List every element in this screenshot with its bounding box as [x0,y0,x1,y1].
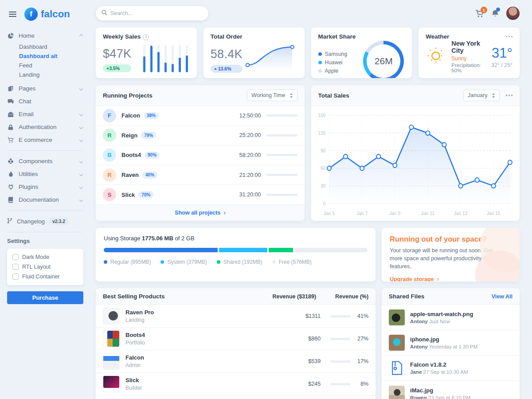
falcon-logo-icon: f [24,8,38,21]
book-icon [7,197,14,203]
chevron-down-icon [79,172,83,176]
project-percent-badge: 90% [145,152,160,159]
weather-title: Weather [426,33,449,40]
upgrade-body: Your storage will be running out soon. G… [390,246,501,270]
fluid-container-checkbox[interactable] [12,274,19,280]
chevron-right-icon [436,278,439,281]
purchase-button[interactable]: Purchase [7,291,83,304]
fluid-container-toggle[interactable]: Fluid Container [12,274,78,280]
rtl-layout-toggle[interactable]: RTL Layout [12,264,78,270]
project-percent-badge: 79% [141,132,156,139]
product-percent: 27% [355,336,368,342]
upgrade-storage-link[interactable]: Upgrade storage [390,276,438,282]
divider [7,150,82,151]
sidebar-item-components[interactable]: Components [7,155,85,168]
hamburger-menu-icon[interactable] [7,10,18,19]
file-row[interactable]: iphone.jpg Antony Yesterday at 1:30 PM [382,330,520,356]
project-row[interactable]: R Raven 40% 21:20:00 [96,165,305,185]
product-row[interactable]: Boots4Portfolio $860 27% [96,328,376,350]
legend-dot [318,61,322,64]
revenue-column-header: Revenue ($3189) [250,293,316,300]
upgrade-title: Running out of your space? [390,235,512,243]
file-row[interactable]: iMac.jpg Rowen 23 Sep at 6:10 PM [382,381,520,399]
storage-row: Using Storage 1775.06 MB of 2 GB Regular… [96,228,520,282]
notifications-button[interactable] [491,9,499,18]
product-progress-bar [330,383,351,385]
project-progress-bar [266,154,297,156]
bottom-row: Best Selling Products Revenue ($3189) Re… [96,288,520,399]
pie-chart-icon [7,33,14,39]
product-revenue: $1311 [281,313,321,319]
project-percent-badge: 70% [138,191,153,198]
search-input[interactable] [110,10,203,16]
product-thumbnail [103,376,120,392]
file-thumbnail [389,309,405,325]
show-all-projects-link[interactable]: Show all projects [96,204,305,221]
market-share-card: Market Share Samsung Huawei Apple 26M [311,27,412,78]
sidebar-item-plugins[interactable]: Plugins [7,180,85,193]
chevron-down-icon [79,138,83,141]
file-row[interactable]: apple-smart-watch.png Antony Just Now [382,305,520,330]
project-row[interactable]: S Slick 70% 31:20:00 [96,185,305,204]
running-projects-title: Running Projects [103,92,153,99]
sidebar-item-pages[interactable]: Pages [7,82,85,95]
sidebar-nav: Home Dashboard Dashboard alt Feed Landin… [7,29,85,232]
sidebar-item-ecommerce[interactable]: E commerce [7,133,85,146]
sidebar-item-landing[interactable]: Landing [7,70,85,79]
sidebar-item-feed[interactable]: Feed [7,61,85,70]
settings-heading: Settings [7,238,85,244]
view-all-link[interactable]: View All [492,293,512,300]
chat-icon [7,98,14,104]
weather-high-low: 32° / 25° [491,62,512,68]
sidebar-item-dashboard-alt[interactable]: Dashboard alt [7,51,85,61]
dark-mode-checkbox[interactable] [12,254,19,260]
weather-precipitation: Precipitation: 50% [451,63,486,73]
working-time-select[interactable]: Working Time [247,90,297,101]
sidebar: f falcon Home Dashboard Dashboard alt Fe… [0,0,90,399]
falcon-logo[interactable]: f falcon [24,8,70,21]
weekly-sales-badge: +3.5% [103,64,131,72]
sidebar-item-dashboard[interactable]: Dashboard [7,42,85,51]
product-row[interactable]: FalconAdmin $539 17% [96,350,376,373]
more-menu-icon[interactable] [506,34,513,39]
sidebar-item-changelog[interactable]: Changelog v2.3.2 [7,215,85,228]
project-row[interactable]: F Falcon 38% 12:50:00 [96,106,305,126]
sidebar-item-email[interactable]: Email [7,108,85,121]
sidebar-item-authentication[interactable]: Authentication [7,121,85,133]
project-avatar: R [103,129,116,142]
project-progress-bar [266,114,297,117]
project-row[interactable]: B Boots4 90% 58:20:00 [96,145,305,165]
weather-card: Weather New York City Sunny Precipitatio… [419,27,520,78]
rtl-layout-checkbox[interactable] [12,264,19,270]
product-percent: 8% [355,381,368,387]
select-arrows-icon [290,93,293,98]
dark-mode-toggle[interactable]: Dark Mode [12,254,78,260]
svg-text:90: 90 [321,148,325,153]
sidebar-item-utilities[interactable]: Utilities [7,168,85,180]
user-avatar[interactable] [506,7,520,20]
best-selling-products-card: Best Selling Products Revenue ($3189) Re… [96,288,376,399]
divider [7,232,82,232]
svg-text:Jan 9: Jan 9 [389,211,400,216]
product-row[interactable]: SlickBuilder $245 8% [96,373,376,395]
month-select[interactable]: January [463,90,499,101]
product-row[interactable]: Raven ProLanding $1311 41% [96,305,376,328]
file-thumbnail [389,386,405,399]
product-row[interactable] [96,395,376,399]
shopping-cart-icon [7,137,14,143]
chevron-down-icon [79,112,83,116]
total-order-title: Total Order [211,33,243,40]
market-share-donut-chart: 26M [363,41,404,78]
upgrade-storage-card: Running out of your space? Your storage … [382,228,520,282]
more-menu-icon[interactable] [506,93,513,98]
sidebar-item-documentation[interactable]: Documentation [7,193,85,206]
cart-button[interactable]: 1 [475,9,484,18]
help-icon[interactable]: ? [143,34,149,40]
flame-icon [7,171,14,177]
file-row[interactable]: Falcon v1.8.2 Jane 27 Sep at 10:30 AM [382,356,520,381]
search-box[interactable] [96,6,208,20]
sidebar-item-home[interactable]: Home [7,29,85,42]
sidebar-item-chat[interactable]: Chat [7,95,85,108]
project-progress-bar [266,194,297,196]
project-row[interactable]: R Reign 79% 25:20:00 [96,126,305,146]
